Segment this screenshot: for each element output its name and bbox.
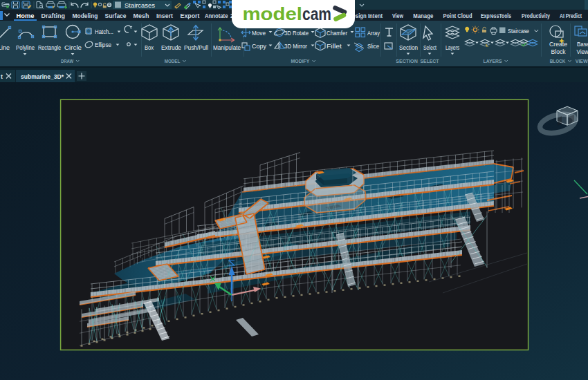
svg-text:Mesh: Mesh: [134, 12, 149, 19]
svg-text:Polyline: Polyline: [16, 44, 35, 51]
svg-text:Manipulate: Manipulate: [213, 44, 241, 51]
svg-text:Ellipse: Ellipse: [95, 41, 111, 48]
svg-text:Array: Array: [367, 30, 380, 37]
svg-text:cam: cam: [302, 3, 331, 24]
svg-text:LAYERS: LAYERS: [484, 59, 503, 64]
svg-text:MODIFY: MODIFY: [291, 59, 311, 64]
svg-text:Section: Section: [399, 44, 418, 51]
svg-text:MODEL: MODEL: [165, 59, 181, 64]
svg-text:Base: Base: [577, 41, 588, 48]
svg-text:Line: Line: [0, 44, 10, 51]
svg-text:Push/Pull: Push/Pull: [184, 44, 208, 51]
svg-text:Surface: Surface: [105, 12, 127, 19]
svg-text:submarine_3D*: submarine_3D*: [21, 73, 64, 80]
svg-text:Manage: Manage: [413, 12, 433, 19]
svg-text:3D Rotate: 3D Rotate: [284, 30, 309, 37]
svg-text:Annotate: Annotate: [205, 12, 228, 19]
svg-text:Staircase: Staircase: [508, 28, 529, 35]
svg-text:Chamfer: Chamfer: [327, 30, 347, 37]
svg-text:Staircases: Staircases: [125, 2, 155, 9]
svg-text:Productivity: Productivity: [522, 12, 551, 19]
svg-text:Circle: Circle: [64, 44, 82, 51]
svg-text:AI Predict: AI Predict: [560, 12, 582, 19]
svg-text:Box: Box: [145, 44, 154, 51]
svg-text:t: t: [1, 73, 3, 80]
svg-text:Move: Move: [252, 30, 266, 37]
svg-text:Views: Views: [577, 48, 588, 55]
svg-text:SECTION: SECTION: [396, 59, 418, 64]
svg-text:Modeling: Modeling: [73, 12, 98, 19]
svg-text:BLOCK: BLOCK: [550, 59, 566, 64]
svg-text:Hatch...: Hatch...: [95, 28, 113, 35]
svg-text:Create: Create: [549, 41, 567, 48]
svg-text:Rectangle: Rectangle: [38, 44, 61, 51]
svg-text:Extrude: Extrude: [161, 44, 181, 51]
svg-text:DRAW: DRAW: [61, 59, 74, 64]
svg-text:Slice: Slice: [367, 43, 379, 50]
svg-text:3D Mirror: 3D Mirror: [284, 43, 307, 50]
svg-text:View: View: [392, 12, 404, 19]
svg-text:Drafting: Drafting: [42, 12, 66, 19]
svg-text:Export: Export: [181, 12, 200, 19]
svg-text:Layers: Layers: [445, 44, 459, 51]
svg-text:VIEWS: VIEWS: [576, 59, 588, 64]
svg-text:Select: Select: [423, 44, 437, 51]
svg-text:SELECT: SELECT: [421, 59, 439, 64]
svg-text:Copy: Copy: [252, 43, 266, 50]
svg-text:Point Cloud: Point Cloud: [443, 12, 472, 19]
svg-text:Block: Block: [551, 48, 566, 55]
svg-text:ExpressTools: ExpressTools: [481, 12, 511, 19]
svg-text:Insert: Insert: [156, 12, 173, 19]
svg-text:Fillet: Fillet: [327, 43, 342, 50]
svg-text:Home: Home: [17, 12, 35, 19]
svg-text:model: model: [243, 3, 303, 24]
